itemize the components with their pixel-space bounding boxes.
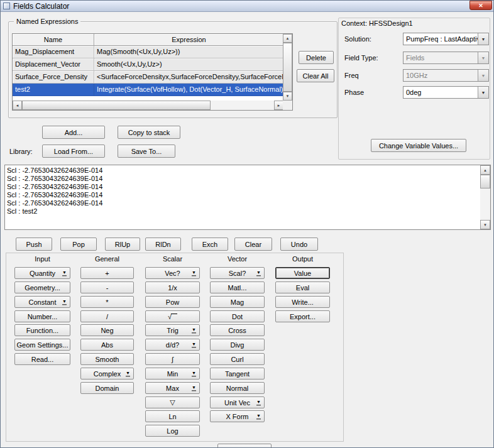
calc-log-button[interactable]: Log bbox=[145, 425, 200, 437]
save-to-button[interactable]: Save To... bbox=[118, 145, 175, 158]
combo-arrow-button: ▼ bbox=[478, 52, 488, 63]
calc-plus-button[interactable]: + bbox=[80, 267, 134, 279]
calc-abs-button[interactable]: Abs bbox=[80, 339, 134, 351]
calc-ln-button[interactable]: Ln bbox=[145, 410, 200, 422]
calc-constant-button[interactable]: Constant▼ bbox=[14, 296, 70, 308]
calc-matl-button[interactable]: Matl... bbox=[210, 281, 265, 293]
calc-domain-button[interactable]: Domain bbox=[80, 382, 134, 394]
label: Eval bbox=[296, 284, 309, 292]
table-vertical-scrollbar[interactable]: ▲ ▼ bbox=[283, 34, 292, 101]
close-button[interactable]: ✕ bbox=[469, 1, 492, 10]
label: Quantity bbox=[30, 270, 55, 277]
scroll-up-arrow[interactable]: ▲ bbox=[283, 34, 292, 43]
calc-integral-button[interactable]: ∫ bbox=[145, 353, 200, 365]
close-icon: ✕ bbox=[478, 3, 483, 9]
label: Domain bbox=[96, 385, 119, 392]
calc-vec-button[interactable]: Vec?▼ bbox=[145, 267, 200, 279]
calc-read-button[interactable]: Read... bbox=[14, 353, 70, 365]
label: Dot bbox=[232, 313, 243, 320]
expression-row[interactable]: Mag_Displacement Mag(Smooth(<Ux,Uy,Uz>)) bbox=[13, 46, 284, 58]
stack-entry: Scl : -2.76530432624639E-014 bbox=[7, 191, 478, 199]
undo-button[interactable]: Undo bbox=[280, 238, 318, 251]
calc-minus-button[interactable]: - bbox=[80, 281, 134, 293]
expression-name: Displacement_Vector bbox=[13, 58, 94, 71]
label: Cross bbox=[228, 327, 246, 334]
left-arrow-icon: ◄ bbox=[16, 104, 19, 107]
scroll-up-arrow[interactable]: ▲ bbox=[480, 165, 490, 175]
calc-curl-button[interactable]: Curl bbox=[210, 353, 265, 365]
calc-ddx-button[interactable]: d/d?▼ bbox=[145, 339, 200, 351]
calc-nabla-button[interactable]: ▽ bbox=[145, 396, 200, 408]
calc-export-button[interactable]: Export... bbox=[275, 310, 330, 322]
combo-arrow-button[interactable]: ▼ bbox=[478, 87, 488, 98]
calc-sqrt-button[interactable]: √ bbox=[145, 310, 200, 322]
dropdown-icon: ▼ bbox=[62, 299, 67, 305]
label: Push bbox=[26, 241, 41, 248]
expression-row-selected[interactable]: test2 Integrate(Surface(VofHollow), Dot(… bbox=[13, 84, 284, 96]
stack-vertical-scrollbar[interactable]: ▲ ▼ bbox=[480, 165, 490, 229]
calc-smooth-button[interactable]: Smooth bbox=[80, 353, 134, 365]
vector-column-header: Vector bbox=[210, 255, 265, 263]
calc-number-button[interactable]: Number... bbox=[14, 310, 70, 322]
scroll-down-arrow[interactable]: ▼ bbox=[480, 220, 490, 229]
calc-multiply-button[interactable]: * bbox=[80, 296, 134, 308]
calc-max-button[interactable]: Max▼ bbox=[145, 382, 200, 394]
copy-to-stack-button[interactable]: Copy to stack bbox=[118, 126, 180, 139]
delete-button[interactable]: Delete bbox=[299, 51, 334, 64]
column-header-name[interactable]: Name bbox=[13, 34, 94, 46]
calc-scal-button[interactable]: Scal?▼ bbox=[210, 267, 265, 279]
calc-divg-button[interactable]: Divg bbox=[210, 339, 265, 351]
calc-reciprocal-button[interactable]: 1/x bbox=[145, 281, 200, 293]
table-horizontal-scrollbar[interactable]: ◄ ► bbox=[13, 101, 283, 110]
change-variable-values-button[interactable]: Change Variable Values... bbox=[371, 139, 466, 152]
expression-row[interactable]: Surface_Force_Density <SurfaceForceDensi… bbox=[13, 71, 284, 84]
column-header-expression[interactable]: Expression bbox=[94, 34, 284, 46]
calc-complex-button[interactable]: Complex▼ bbox=[80, 368, 134, 380]
add-button[interactable]: Add... bbox=[42, 126, 105, 139]
calc-divide-button[interactable]: / bbox=[80, 310, 134, 322]
rldn-button[interactable]: RlDn bbox=[145, 238, 181, 251]
scroll-thumb[interactable] bbox=[480, 175, 490, 188]
clear-all-button[interactable]: Clear All bbox=[297, 69, 334, 82]
load-from-button[interactable]: Load From... bbox=[42, 145, 105, 158]
calc-dot-button[interactable]: Dot bbox=[210, 310, 265, 322]
calc-write-button[interactable]: Write... bbox=[275, 296, 330, 308]
calc-tangent-button[interactable]: Tangent bbox=[210, 368, 265, 380]
scroll-left-arrow[interactable]: ◄ bbox=[13, 101, 22, 110]
calc-geom-settings-button[interactable]: Geom Settings... bbox=[14, 339, 70, 351]
calc-mag-button[interactable]: Mag bbox=[210, 296, 265, 308]
fields-calculator-dialog: Fields Calculator ✕ Named Expressions Na… bbox=[0, 0, 494, 448]
phase-combobox[interactable]: 0deg ▼ bbox=[403, 86, 489, 99]
calc-pow-button[interactable]: Pow bbox=[145, 296, 200, 308]
combo-arrow-button[interactable]: ▼ bbox=[478, 33, 488, 45]
partial-bottom-button[interactable] bbox=[217, 444, 272, 448]
push-button[interactable]: Push bbox=[16, 238, 52, 251]
dropdown-icon: ▼ bbox=[256, 413, 261, 419]
calc-function-button[interactable]: Function... bbox=[14, 324, 70, 336]
calc-trig-button[interactable]: Trig▼ bbox=[145, 324, 200, 336]
calc-quantity-button[interactable]: Quantity▼ bbox=[14, 267, 70, 279]
named-expressions-group-label: Named Expressions bbox=[14, 18, 80, 25]
expression-row[interactable]: Displacement_Vector Smooth(<Ux,Uy,Uz>) bbox=[13, 58, 284, 71]
solution-combobox[interactable]: PumpFreq : LastAdaptive ▼ bbox=[403, 33, 489, 45]
calc-neg-button[interactable]: Neg bbox=[80, 324, 134, 336]
calc-geometry-button[interactable]: Geometry... bbox=[14, 281, 70, 293]
calc-normal-button[interactable]: Normal bbox=[210, 382, 265, 394]
scroll-thumb[interactable] bbox=[283, 43, 292, 92]
calc-unitvec-button[interactable]: Unit Vec▼ bbox=[210, 396, 265, 408]
label: Change Variable Values... bbox=[379, 142, 458, 150]
calc-cross-button[interactable]: Cross bbox=[210, 324, 265, 336]
scroll-thumb[interactable] bbox=[22, 101, 211, 110]
named-expressions-table: Name Expression Mag_Displacement Mag(Smo… bbox=[12, 33, 293, 111]
pop-button[interactable]: Pop bbox=[60, 238, 97, 251]
expression-value: Mag(Smooth(<Ux,Uy,Uz>)) bbox=[94, 46, 284, 58]
scroll-right-arrow[interactable]: ► bbox=[274, 101, 283, 110]
calc-eval-button[interactable]: Eval bbox=[275, 281, 330, 293]
exch-button[interactable]: Exch bbox=[192, 238, 228, 251]
calc-xform-button[interactable]: X Form▼ bbox=[210, 410, 265, 422]
rlup-button[interactable]: RlUp bbox=[105, 238, 140, 251]
calc-min-button[interactable]: Min▼ bbox=[145, 368, 200, 380]
calc-value-button[interactable]: Value bbox=[275, 267, 330, 279]
scroll-down-arrow[interactable]: ▼ bbox=[283, 92, 292, 101]
clear-button[interactable]: Clear bbox=[234, 238, 272, 251]
